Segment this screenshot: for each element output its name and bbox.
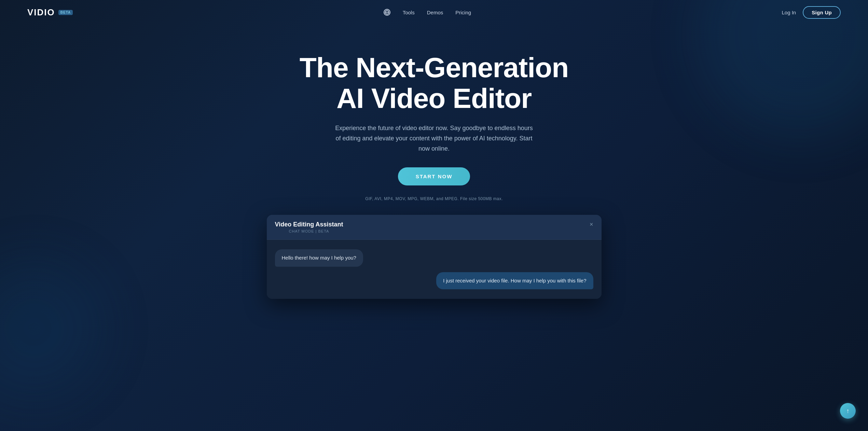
scroll-to-top-button[interactable]: ↑ (840, 403, 856, 419)
pricing-link[interactable]: Pricing (455, 10, 471, 15)
hero-title: The Next-Generation AI Video Editor (280, 52, 588, 114)
chat-subtitle: Chat Mode | BETA (275, 229, 343, 233)
chat-header-info: Video Editing Assistant Chat Mode | BETA (275, 221, 343, 233)
chat-header: Video Editing Assistant Chat Mode | BETA… (267, 215, 602, 240)
login-link[interactable]: Log In (782, 10, 796, 15)
chat-widget: Video Editing Assistant Chat Mode | BETA… (267, 215, 602, 299)
navbar: VIDIO BETA Tools Demos Pricing Log In Si… (0, 0, 868, 25)
start-now-button[interactable]: START NOW (398, 167, 470, 185)
tools-link[interactable]: Tools (403, 10, 415, 15)
logo-text: VIDIO (27, 7, 55, 18)
nav-item-pricing[interactable]: Pricing (455, 10, 471, 16)
nav-item-tools[interactable]: Tools (403, 10, 415, 16)
beta-badge: BETA (58, 10, 73, 15)
chat-body: Hello there! how may I help you? I just … (267, 240, 602, 299)
signup-button[interactable]: Sign Up (803, 6, 841, 19)
nav-actions: Log In Sign Up (782, 6, 841, 19)
file-formats-text: GIF, AVI, MP4, MOV, MPG, WEBM, and MPEG.… (7, 196, 861, 201)
globe-icon[interactable] (384, 9, 390, 16)
nav-links: Tools Demos Pricing (384, 9, 471, 16)
hero-section: The Next-Generation AI Video Editor Expe… (0, 25, 868, 319)
hero-title-line2: AI Video Editor (336, 83, 532, 114)
demos-link[interactable]: Demos (427, 10, 443, 15)
globe-button[interactable] (384, 9, 390, 16)
chat-close-button[interactable]: × (590, 221, 593, 228)
chat-bubble-0: Hello there! how may I help you? (275, 249, 363, 267)
chat-title: Video Editing Assistant (275, 221, 343, 228)
nav-item-demos[interactable]: Demos (427, 10, 443, 16)
chat-bubble-1: I just received your video file. How may… (436, 272, 593, 290)
hero-subtitle: Experience the future of video editor no… (335, 123, 533, 154)
logo-area: VIDIO BETA (27, 7, 73, 18)
hero-title-line1: The Next-Generation (300, 52, 568, 83)
